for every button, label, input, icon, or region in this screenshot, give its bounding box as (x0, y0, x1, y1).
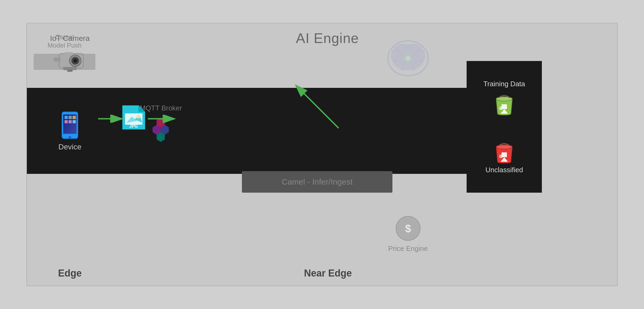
svg-point-29 (499, 154, 503, 158)
svg-rect-7 (69, 120, 72, 123)
unclassified-label: Unclassified (485, 166, 523, 174)
svg-rect-15 (65, 52, 73, 55)
phone-icon (60, 110, 79, 140)
unclassified-bucket-icon (491, 139, 518, 166)
ai-engine-title: AI Engine (113, 23, 542, 46)
mqtt-broker-label: MQTT Broker (140, 104, 182, 112)
brain-icon (384, 37, 432, 80)
svg-point-41 (417, 49, 420, 52)
training-data-bucket-icon (491, 91, 518, 118)
edge-bottom-label: Edge (27, 268, 113, 279)
training-data-section: Training Data (483, 80, 525, 118)
unclassified-section: Unclassified (485, 139, 523, 174)
svg-point-25 (499, 106, 503, 110)
iot-camera-area: IoT Camera (27, 34, 113, 72)
svg-rect-4 (69, 116, 72, 119)
brain-section (384, 37, 432, 81)
training-data-label: Training Data (483, 80, 525, 88)
svg-rect-14 (54, 58, 60, 62)
svg-rect-8 (73, 120, 76, 123)
arrow-jpg-to-camel (146, 115, 179, 123)
svg-point-13 (73, 59, 77, 63)
mqtt-broker-section: MQTT Broker (140, 104, 182, 142)
main-container: AI Engine (26, 23, 618, 286)
far-edge-bottom-label (543, 268, 618, 279)
right-dark-box: Training Data (467, 61, 542, 193)
svg-rect-17 (67, 70, 73, 72)
svg-rect-3 (65, 116, 68, 119)
svg-rect-5 (73, 116, 76, 119)
svg-point-45 (412, 68, 415, 70)
svg-line-60 (296, 85, 339, 128)
svg-text:JPG: JPG (129, 124, 138, 128)
price-engine-icon: $ (395, 215, 421, 242)
svg-text:$: $ (405, 223, 411, 235)
svg-point-43 (393, 60, 396, 62)
svg-marker-49 (138, 105, 145, 112)
camel-infer-bar: Camel - Infer/Ingest (242, 171, 392, 193)
price-engine-label: Price Engine (388, 245, 428, 253)
device-section: Device (58, 110, 81, 151)
svg-point-9 (69, 136, 71, 139)
edge-dark-band: Device (27, 88, 113, 174)
svg-point-42 (420, 60, 423, 62)
camera-icon (48, 48, 91, 72)
arrow-device-to-jpg (97, 115, 126, 123)
price-engine-section: $ Price Engine (388, 215, 428, 253)
near-edge-bottom-label: Near Edge (113, 268, 543, 279)
bottom-labels-row: Edge Near Edge (27, 261, 618, 286)
iot-camera-label: IoT Camera (50, 34, 90, 43)
camel-infer-label: Camel - Infer/Ingest (282, 177, 352, 186)
svg-point-40 (396, 49, 399, 52)
arrow-camel-to-training (285, 77, 344, 131)
svg-point-44 (401, 68, 404, 70)
svg-point-53 (137, 115, 140, 118)
regions-row: AI Engine (27, 23, 617, 261)
svg-rect-6 (65, 120, 68, 123)
device-label: Device (58, 143, 81, 151)
